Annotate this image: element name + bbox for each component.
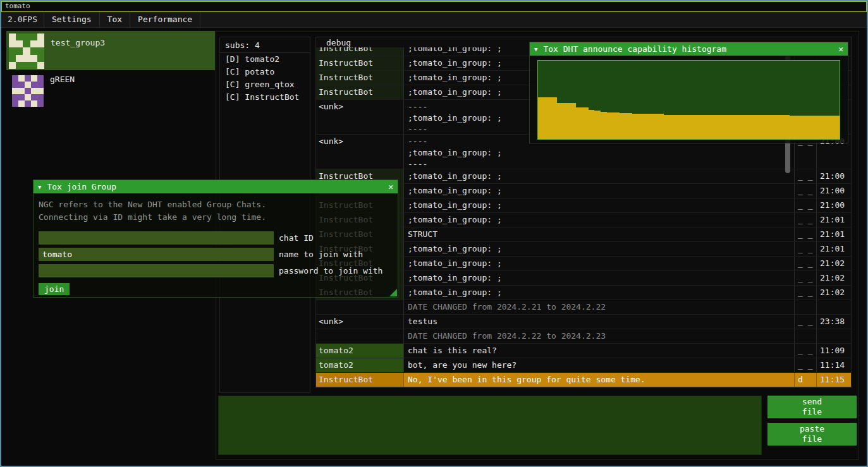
- chat-message: ;tomato_in_group: ;: [403, 169, 795, 183]
- histogram-bar: [808, 116, 814, 139]
- histogram-bar: [833, 116, 840, 139]
- chat-timestamp: 21:01: [817, 242, 851, 256]
- menu-item-performance[interactable]: Performance: [130, 12, 200, 27]
- histogram-bar: [576, 107, 582, 139]
- histogram-window: ▼ Tox DHT announce capability histogram …: [529, 42, 848, 143]
- chat-sender: [316, 329, 403, 343]
- resize-grip[interactable]: [389, 289, 397, 296]
- subs-item[interactable]: [C] potato: [220, 66, 310, 78]
- subs-item[interactable]: [C] green_qtox: [220, 78, 310, 91]
- join-name-input[interactable]: [39, 248, 274, 261]
- close-icon[interactable]: ✕: [838, 44, 843, 54]
- chat-message: No, I've been in this group for quite so…: [403, 373, 795, 387]
- histogram-bar: [720, 115, 726, 139]
- chat-delivery-status: [795, 300, 817, 314]
- join-group-window-titlebar[interactable]: ▼ Tox join Group ✕: [34, 180, 398, 193]
- subs-header: subs: 4: [220, 37, 310, 52]
- histogram-window-titlebar[interactable]: ▼ Tox DHT announce capability histogram …: [530, 42, 848, 56]
- chat-row: tomato2bot, are you new here?_ _11:14: [316, 358, 851, 373]
- chat-delivery-status: _ _: [795, 169, 817, 183]
- chat-sender: InstructBot: [316, 71, 403, 85]
- chat-message: bot, are you new here?: [403, 358, 795, 372]
- subs-item[interactable]: [C] InstructBot: [220, 91, 310, 104]
- menu-items: SettingsToxPerformance: [44, 12, 200, 27]
- dht-capability-histogram-plot: [537, 60, 840, 140]
- message-input[interactable]: [218, 396, 762, 455]
- histogram-bar: [570, 103, 576, 139]
- histogram-bar: [733, 115, 739, 139]
- contact-name: gREEN: [50, 75, 75, 84]
- chat-timestamp: 11:14: [817, 358, 851, 372]
- histogram-bar: [814, 116, 821, 139]
- histogram-bar: [632, 114, 639, 139]
- histogram-bar: [620, 113, 626, 139]
- chat-message: testus: [403, 315, 795, 329]
- histogram-bar: [726, 115, 733, 139]
- histogram-bar: [613, 112, 620, 139]
- chat-timestamp: 11:09: [817, 344, 851, 358]
- contact-avatar: [9, 33, 44, 69]
- histogram-bar: [707, 115, 714, 139]
- chat-sender: [316, 300, 403, 314]
- chat-delivery-status: _ _: [795, 242, 817, 256]
- histogram-bar: [557, 103, 563, 139]
- subs-item[interactable]: [D] tomato2: [220, 53, 310, 66]
- menu-item-tox[interactable]: Tox: [100, 12, 130, 27]
- chat-timestamp: 21:02: [817, 271, 851, 285]
- chat-sender: InstructBot: [316, 373, 403, 387]
- histogram-bar: [538, 97, 544, 139]
- chat-delivery-status: _ _: [795, 315, 817, 329]
- histogram-bar: [664, 115, 670, 139]
- histogram-window-title: Tox DHT announce capability histogram: [543, 44, 726, 54]
- histogram-bar: [639, 114, 645, 139]
- chat-delivery-status: _ _: [795, 358, 817, 372]
- chat-timestamp: 21:00: [817, 184, 851, 198]
- chat-delivery-status: d: [795, 373, 817, 387]
- histogram-bar: [657, 114, 664, 139]
- chat-message: ;tomato_in_group: ;: [403, 198, 795, 212]
- histogram-bar: [764, 115, 771, 139]
- chat-id-label: chat ID: [279, 233, 314, 243]
- contact-item-test_group3[interactable]: test_group3: [6, 31, 215, 70]
- chat-row: DATE CHANGED from 2024.2.22 to 2024.2.23: [316, 329, 851, 344]
- chat-timestamp: 11:15: [817, 373, 851, 387]
- paste-file-button[interactable]: paste file: [767, 423, 857, 446]
- join-group-window: ▼ Tox join Group ✕ NGC refers to the New…: [33, 179, 398, 298]
- menu-item-settings[interactable]: Settings: [44, 12, 100, 27]
- histogram-bar: [683, 115, 689, 139]
- collapse-arrow-icon[interactable]: ▼: [38, 184, 41, 190]
- chat-row: tomato2chat is this real?_ _11:09: [316, 344, 851, 358]
- chat-timestamp: 21:01: [817, 213, 851, 227]
- histogram-bar: [607, 112, 613, 139]
- join-password-field-row: password to join with: [39, 264, 393, 277]
- chat-message: DATE CHANGED from 2024.2.21 to 2024.2.22: [403, 300, 795, 314]
- chat-delivery-status: [795, 329, 817, 343]
- fps-counter: 2.0FPS: [1, 12, 44, 27]
- chat-timestamp: 21:02: [817, 286, 851, 300]
- histogram-bar: [771, 115, 777, 139]
- join-password-input[interactable]: [39, 264, 274, 277]
- join-description-line: Connecting via ID might take a very long…: [39, 211, 393, 224]
- histogram-bar: [582, 107, 589, 139]
- contact-item-gREEN[interactable]: gREEN: [6, 73, 215, 108]
- histogram-bar: [594, 111, 601, 139]
- histogram-bar: [758, 115, 764, 139]
- chat-row: InstructBotNo, I've been in this group f…: [316, 373, 851, 387]
- histogram-bar: [551, 97, 557, 139]
- chat-id-field-row: chat ID: [39, 231, 393, 245]
- histogram-bar: [739, 115, 745, 139]
- contact-avatar: [12, 75, 44, 107]
- chat-delivery-status: _ _: [795, 184, 817, 198]
- chat-sender: tomato2: [316, 358, 403, 372]
- join-button[interactable]: join: [39, 283, 70, 295]
- chat-id-input[interactable]: [39, 231, 274, 245]
- send-file-button[interactable]: send file: [767, 396, 857, 418]
- histogram-bar: [563, 103, 570, 139]
- contact-name: test_group3: [51, 38, 105, 47]
- close-icon[interactable]: ✕: [388, 182, 393, 191]
- histogram-bar: [589, 110, 595, 139]
- chat-timestamp: [817, 329, 851, 343]
- collapse-arrow-icon[interactable]: ▼: [534, 46, 537, 52]
- window-title: tomato: [5, 2, 30, 10]
- histogram-bar: [695, 115, 701, 139]
